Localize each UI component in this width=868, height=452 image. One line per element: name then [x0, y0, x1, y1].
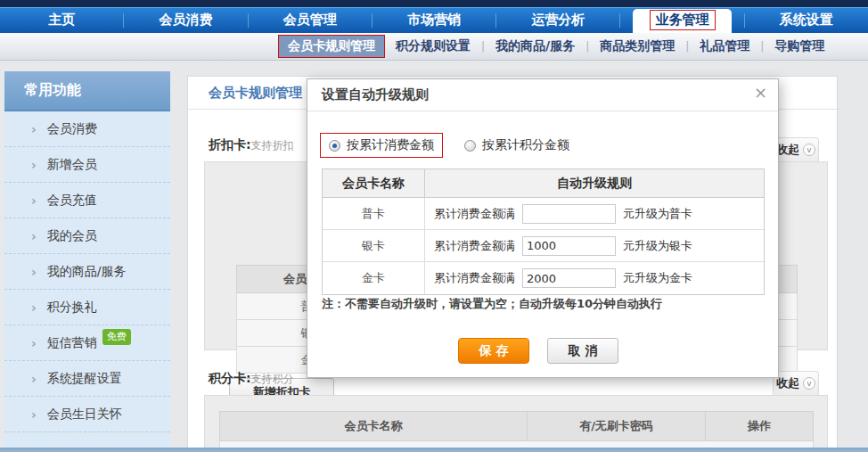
save-button[interactable]: 保 存 [458, 338, 529, 364]
rule-suffix: 元升级为银卡 [623, 238, 692, 254]
nav-item-business-manage-active[interactable]: 业务管理 [620, 7, 743, 33]
amount-input-yinka[interactable] [522, 236, 616, 256]
collapse-label: 收起 [776, 142, 799, 158]
points-section-label: 积分卡:支持积分 [209, 371, 294, 387]
app-window: 主页 会员消费 会员管理 市场营销 运营分析 业务管理 系统设置 会员卡规则管理… [0, 0, 868, 452]
points-table-header: 会员卡名称 有/无刷卡密码 操作 [219, 411, 814, 441]
chevron-right-icon: › [31, 158, 37, 172]
sidebar-item-sms-marketing[interactable]: › 短信营销 免费 [4, 325, 170, 361]
discount-section-label: 折扣卡:支持折扣 [209, 137, 294, 153]
rule-prefix: 累计消费金额满 [434, 270, 515, 286]
sidebar-item-member-recharge[interactable]: › 会员充值 [4, 183, 170, 218]
points-collapse-button[interactable]: 收起 v [773, 371, 819, 395]
sidebar-item-points-gift[interactable]: › 积分换礼 [4, 290, 170, 325]
chevron-right-icon: › [31, 122, 37, 136]
upgrade-rules-table: 会员卡名称 自动升级规则 普卡 累计消费金额满 元升级为普卡 银卡 累计消费金额… [322, 168, 765, 295]
radio-by-consume-amount[interactable]: 按累计消费金额 [320, 133, 443, 158]
radio-label: 按累计积分金额 [482, 137, 569, 153]
sidebar: 常用功能 › 会员消费 › 新增会员 › 会员充值 › 我的会员 › 我的商品/… [4, 71, 170, 449]
chevron-down-circle-icon: v [803, 377, 815, 390]
amount-input-jinka[interactable] [522, 268, 616, 288]
card-name-cell: 金卡 [323, 262, 425, 294]
sidebar-item-member-consume[interactable]: › 会员消费 [4, 111, 170, 147]
dialog-note: 注：不需要自动升级时，请设置为空；自动升级每10分钟自动执行 [322, 296, 662, 312]
sidebar-item-birthday-care[interactable]: › 会员生日关怀 [4, 397, 170, 432]
points-header-password: 有/无刷卡密码 [528, 412, 706, 440]
window-bottom-border [0, 448, 868, 452]
discount-collapse-button[interactable]: 收起 v [773, 137, 819, 161]
subnav-item-card-rules-active[interactable]: 会员卡规则管理 [278, 35, 385, 58]
sidebar-item-label: 短信营销 [47, 335, 97, 351]
table-row: 普卡 累计消费金额满 元升级为普卡 [323, 198, 764, 230]
nav-item-system-settings[interactable]: 系统设置 [745, 7, 868, 33]
table-row: 银卡 累计消费金额满 元升级为银卡 [323, 230, 764, 262]
subnav-item-points-rules[interactable]: 积分规则设置 [385, 38, 481, 54]
nav-item-member-manage[interactable]: 会员管理 [249, 7, 372, 33]
chevron-right-icon: › [31, 407, 37, 422]
subnav-item-gift-manage[interactable]: 礼品管理 [689, 38, 760, 54]
sidebar-item-label: 会员充值 [47, 193, 97, 209]
radio-label: 按累计消费金额 [347, 137, 434, 153]
points-section-desc: 支持积分 [251, 373, 294, 385]
discount-section-name: 折扣卡: [209, 137, 251, 152]
sidebar-item-my-members[interactable]: › 我的会员 [4, 218, 170, 254]
sidebar-item-label: 系统提醒设置 [47, 371, 122, 387]
nav-item-marketing[interactable]: 市场营销 [373, 7, 495, 33]
free-badge: 免费 [102, 329, 131, 345]
sidebar-item-label: 我的会员 [47, 228, 97, 244]
rule-cell: 累计消费金额满 元升级为普卡 [425, 198, 764, 229]
sidebar-item-add-member[interactable]: › 新增会员 [4, 147, 170, 183]
upgrade-table-header: 会员卡名称 自动升级规则 [323, 169, 764, 198]
nav-item-member-consume[interactable]: 会员消费 [124, 7, 247, 33]
chevron-right-icon: › [31, 336, 37, 350]
rule-suffix: 元升级为金卡 [623, 270, 692, 286]
header-upgrade-rule: 自动升级规则 [425, 169, 764, 197]
nav-item-operation-analysis[interactable]: 运营分析 [496, 7, 619, 33]
points-header-card-name: 会员卡名称 [220, 412, 528, 440]
discount-section-desc: 支持折扣 [251, 139, 294, 152]
sidebar-item-system-reminder[interactable]: › 系统提醒设置 [4, 361, 170, 397]
close-icon[interactable]: × [754, 85, 767, 101]
points-header-actions: 操作 [706, 412, 813, 440]
sidebar-item-label: 积分换礼 [47, 300, 97, 316]
card-name-cell: 普卡 [323, 198, 425, 229]
chevron-right-icon: › [31, 372, 37, 386]
chevron-down-circle-icon: v [803, 144, 815, 156]
sidebar-title: 常用功能 [4, 71, 170, 111]
radio-by-points-amount[interactable]: 按累计积分金额 [464, 137, 569, 153]
auto-upgrade-rules-dialog: 设置自动升级规则 × 按累计消费金额 按累计积分金额 会员卡名称 自动升级规则 … [307, 78, 779, 378]
dialog-titlebar: 设置自动升级规则 [307, 79, 778, 111]
rule-prefix: 累计消费金额满 [434, 206, 515, 222]
radio-selected-icon [329, 140, 340, 152]
collapse-label: 收起 [776, 375, 799, 391]
chevron-right-icon: › [31, 300, 37, 315]
header-card-name: 会员卡名称 [323, 169, 425, 197]
nav-active-label: 业务管理 [650, 10, 716, 30]
sub-nav: 会员卡规则管理 积分规则设置 | 我的商品/服务 | 商品类别管理 | 礼品管理… [0, 33, 868, 61]
nav-item-home[interactable]: 主页 [0, 7, 123, 33]
card-name-cell: 银卡 [323, 230, 425, 261]
radio-unselected-icon [464, 140, 476, 152]
main-nav: 主页 会员消费 会员管理 市场营销 运营分析 业务管理 系统设置 [0, 7, 868, 33]
amount-input-putong[interactable] [522, 204, 616, 224]
chevron-right-icon: › [31, 193, 37, 208]
points-card-table: 会员卡名称 有/无刷卡密码 操作 [219, 411, 814, 452]
subnav-item-my-products[interactable]: 我的商品/服务 [485, 38, 585, 54]
rule-cell: 累计消费金额满 元升级为金卡 [425, 262, 764, 294]
points-section-name: 积分卡: [209, 371, 251, 385]
window-top-strip [0, 0, 868, 7]
upgrade-mode-radio-group: 按累计消费金额 按累计积分金额 [320, 133, 569, 158]
chevron-right-icon: › [31, 265, 37, 279]
rule-suffix: 元升级为普卡 [623, 206, 692, 222]
sidebar-item-label: 我的商品/服务 [47, 264, 127, 280]
dialog-title: 设置自动升级规则 [322, 86, 429, 103]
cancel-button[interactable]: 取 消 [547, 338, 618, 364]
subnav-item-product-category[interactable]: 商品类别管理 [589, 38, 685, 54]
sidebar-item-label: 新增会员 [47, 157, 97, 173]
chevron-right-icon: › [31, 229, 37, 243]
rule-prefix: 累计消费金额满 [434, 238, 515, 254]
table-row: 金卡 累计消费金额满 元升级为金卡 [323, 262, 764, 294]
sidebar-item-my-products[interactable]: › 我的商品/服务 [4, 254, 170, 290]
subnav-item-guide-manage[interactable]: 导购管理 [764, 38, 835, 54]
sidebar-item-label: 会员消费 [47, 121, 97, 137]
